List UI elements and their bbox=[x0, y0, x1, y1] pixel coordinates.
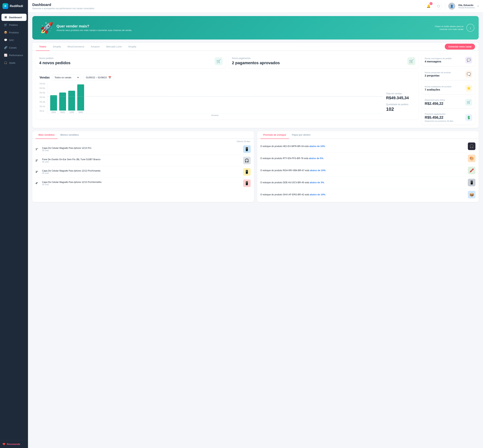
calendar-icon: 📅 bbox=[108, 76, 111, 79]
tab-menos-vendidos[interactable]: Menos vendidos bbox=[57, 131, 82, 139]
stats-row: Novos pedidos 4 novos pedidos 🛒 Novos pa… bbox=[36, 54, 418, 68]
stock-tabs: Previsão de estoque Fique por dentro bbox=[257, 131, 479, 139]
sales-date-label: 01/05/22 – 31/08/22 bbox=[86, 76, 107, 79]
app-logo: R RediRedi bbox=[0, 0, 28, 12]
stock-text-3: O estoque do produto RGH-RR-VBN-BR-67 es… bbox=[261, 169, 466, 172]
sales-title: Vendas bbox=[40, 76, 50, 79]
channels-button[interactable]: ⬡ bbox=[435, 2, 442, 10]
chevron-down-icon: ▾ bbox=[77, 76, 79, 79]
sidebar-label-dashboard: Dashboard bbox=[9, 16, 22, 19]
connect-channel-button[interactable]: Conectar novo canal bbox=[445, 44, 475, 50]
sidebar-item-pedidos[interactable]: 🛒 Pedidos bbox=[1, 21, 26, 29]
tab-previsao-estoque[interactable]: Previsão de estoque bbox=[261, 131, 289, 139]
product-rank-1: 1° bbox=[36, 148, 40, 151]
main-area: Dashboard Gerencie e acompanhe sua perfo… bbox=[28, 0, 483, 448]
qty-value: 102 bbox=[386, 106, 415, 112]
notification-button[interactable]: 🔔 2 bbox=[425, 2, 432, 10]
messages-info: Novas mensagens de pedido 4 mensagens bbox=[425, 57, 452, 63]
y-label-60k: R$ 60k bbox=[40, 83, 45, 85]
bar-label-29apr: 29/04 bbox=[51, 111, 56, 113]
sidebar-label-produtos: Produtos bbox=[9, 31, 19, 34]
sales-date-picker[interactable]: 01/05/22 – 31/08/22 📅 bbox=[83, 75, 114, 80]
period-label: Últimos 30 dias bbox=[36, 140, 251, 143]
performance-icon: 📈 bbox=[4, 54, 7, 57]
tab-amazon[interactable]: Amazon bbox=[88, 43, 103, 51]
sales-header: Vendas Todos os canais ▾ 01/05/22 – 31/0… bbox=[40, 75, 415, 80]
withdraw-info: Disponível para retirar R$2.456,22 bbox=[425, 99, 445, 106]
pagamentos-stat-card: Novos pagamentos 2 pagamentos aprovados … bbox=[229, 54, 418, 68]
best-sellers-tabs: Mais vendidos Menos vendidos bbox=[32, 131, 254, 139]
tab-fique-por-dentro[interactable]: Fique por dentro bbox=[289, 131, 313, 139]
withdraw-card: Disponível para retirar R$2.456,22 🛒 bbox=[422, 96, 475, 108]
tab-todos[interactable]: Todos bbox=[36, 43, 50, 51]
messages-label: Novas mensagens de pedido bbox=[425, 57, 452, 60]
stock-prefix-5: O estoque do produto GHX-AF-ERG-BR-42 es… bbox=[261, 193, 310, 196]
y-label-0k: R$ 0k bbox=[40, 110, 45, 112]
stock-text-1: O estoque do produto HEJ-EV-WFR-BR-34 es… bbox=[261, 145, 466, 148]
banner-connect-button[interactable]: ↓ bbox=[467, 24, 474, 32]
messages-value: 4 mensagens bbox=[425, 60, 452, 63]
sac-icon: 💬 bbox=[4, 38, 7, 42]
side-column: Novas mensagens de pedido 4 mensagens 💬 … bbox=[422, 54, 475, 125]
banner-title: Quer vender mais? bbox=[57, 24, 431, 28]
tab-mais-vendidos[interactable]: Mais vendidos bbox=[36, 131, 57, 139]
sidebar-item-canais[interactable]: 🔗 Canais bbox=[1, 44, 26, 51]
product-units-4: 35 unid. bbox=[42, 184, 241, 186]
canais-icon: 🔗 bbox=[4, 46, 7, 49]
withdraw-icon: 🛒 bbox=[465, 99, 472, 106]
pagamentos-stat-info: Novos pagamentos 2 pagamentos aprovados bbox=[232, 57, 280, 65]
sidebar-item-produtos[interactable]: 📦 Produtos bbox=[1, 29, 26, 36]
stock-item-5: O estoque do produto GHX-AF-ERG-BR-42 es… bbox=[261, 189, 475, 200]
chart-container: R$ 60k R$ 50k R$ 40k R$ 30k R$ 20k R$ 10… bbox=[40, 83, 383, 116]
chart-bars: 29/04 05/05 12/05 bbox=[47, 83, 383, 113]
tab-mercadolivre[interactable]: Mercado Livre bbox=[103, 43, 125, 51]
product-thumb-4: 📱 bbox=[243, 179, 251, 187]
product-units-3: 35 unid. bbox=[42, 172, 241, 174]
stock-prefix-4: O estoque do produto DDE-HU-DCV-BR-45 es… bbox=[261, 181, 310, 184]
pedidos-stat-label: Novos pedidos bbox=[39, 57, 71, 60]
stock-thumb-4: 📱 bbox=[468, 179, 475, 186]
stock-prefix-1: O estoque do produto HEJ-EV-WFR-BR-34 es… bbox=[261, 145, 309, 148]
tab-shopify2[interactable]: Shopify bbox=[125, 43, 139, 51]
stock-pct-1: abaixo de 10%. bbox=[309, 145, 325, 148]
reviews-value: 7 avaliações bbox=[425, 88, 451, 91]
user-company: Virtual Acessórios bbox=[458, 7, 475, 9]
questions-info: Novas perguntas de produto 2 perguntas bbox=[425, 72, 451, 77]
dashboard-main-content: Novos pedidos 4 novos pedidos 🛒 Novos pa… bbox=[32, 51, 479, 128]
y-label-30k: R$ 30k bbox=[40, 96, 45, 98]
bell-icon: 🔔 bbox=[426, 4, 430, 8]
reviews-card: Novas avaliações de produto 7 avaliações… bbox=[422, 82, 475, 94]
sales-channel-dropdown[interactable]: Todos os canais ▾ bbox=[52, 75, 81, 80]
sidebar-label-performance: Performance bbox=[9, 54, 23, 57]
sidebar-item-performance[interactable]: 📈 Performance bbox=[1, 52, 26, 59]
sidebar-item-ajuda[interactable]: 🎧 Ajuda bbox=[1, 59, 26, 66]
product-rank-3: 3° bbox=[36, 170, 40, 173]
stock-thumb-3: 🖍️ bbox=[468, 167, 475, 174]
bar-2904: 29/04 bbox=[50, 95, 57, 113]
stock-pct-5: abaixo de 10%. bbox=[310, 193, 326, 196]
channels-icon: ⬡ bbox=[437, 4, 440, 8]
chart-x-label: Semana bbox=[47, 114, 383, 116]
sidebar-label-canais: Canais bbox=[9, 46, 16, 49]
tab-shopify[interactable]: Shopify bbox=[50, 43, 64, 51]
pedidos-stat-value: 4 novos pedidos bbox=[39, 61, 71, 65]
stock-text-5: O estoque do produto GHX-AF-ERG-BR-42 es… bbox=[261, 193, 466, 196]
withdraw-value: R$2.456,22 bbox=[425, 102, 445, 106]
product-item-1: 1° Capa De Celular Magsafe Para Iphone 1… bbox=[36, 144, 251, 155]
chart-dotted-line bbox=[47, 96, 383, 96]
y-label-50k: R$ 50k bbox=[40, 87, 45, 89]
sidebar-item-dashboard[interactable]: ⊞ Dashboard bbox=[1, 14, 26, 21]
sidebar-item-sac[interactable]: 💬 SAC bbox=[1, 36, 26, 44]
payments-label: Próximos pagamentos bbox=[425, 113, 453, 115]
sidebar: R RediRedi ⊞ Dashboard 🛒 Pedidos 📦 Produ… bbox=[0, 0, 28, 448]
tab-woocommerce[interactable]: WooCommerce bbox=[64, 43, 88, 51]
product-info-2: Fone De Ouvido On-Ear Sem Fio JBL Tune 5… bbox=[42, 158, 241, 163]
questions-card: Novas perguntas de produto 2 perguntas 🗨… bbox=[422, 68, 475, 80]
stock-pct-4: abaixo de 3%. bbox=[310, 181, 325, 184]
user-chevron[interactable]: ▾ bbox=[478, 5, 479, 8]
stock-item-3: O estoque do produto RGH-RR-VBN-BR-67 es… bbox=[261, 164, 475, 176]
y-label-10k: R$ 10k bbox=[40, 105, 45, 107]
questions-icon: 🗨️ bbox=[465, 71, 472, 78]
stock-text-4: O estoque do produto DDE-HU-DCV-BR-45 es… bbox=[261, 181, 466, 184]
recommend-button[interactable]: ❤️ Recomende bbox=[0, 440, 28, 448]
